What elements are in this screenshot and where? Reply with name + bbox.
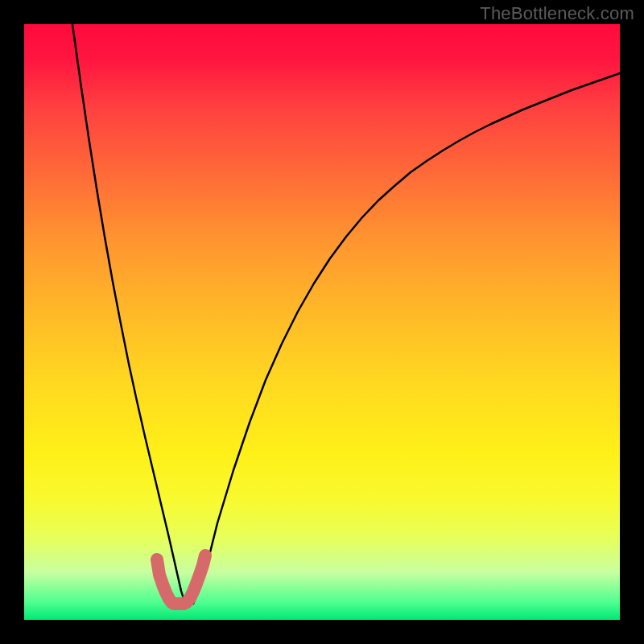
sweet-spot-marker — [157, 555, 205, 604]
watermark-text: TheBottleneck.com — [480, 3, 634, 24]
bottleneck-curve — [72, 24, 620, 604]
plot-area — [24, 24, 620, 620]
curve-svg — [24, 24, 620, 620]
chart-frame: TheBottleneck.com — [0, 0, 644, 644]
